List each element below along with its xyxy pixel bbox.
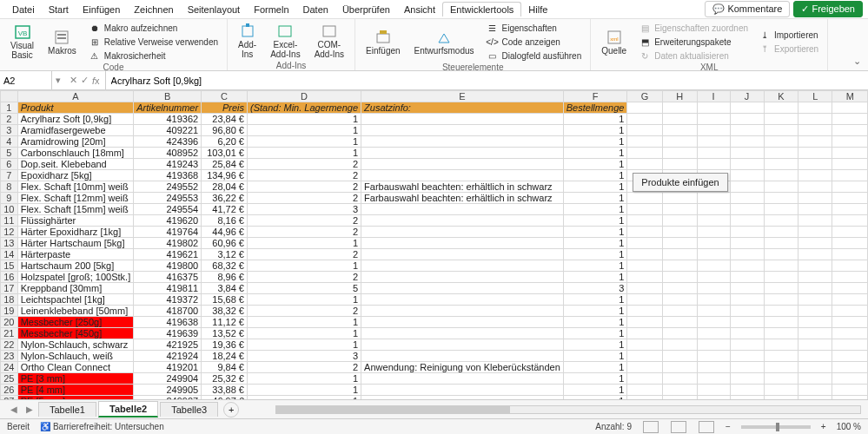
cell[interactable]	[764, 204, 798, 215]
cell[interactable]: Hartschaum 200 [5kg]	[17, 260, 134, 272]
cell[interactable]	[697, 339, 730, 351]
cell[interactable]	[662, 328, 697, 339]
col-header-M[interactable]: M	[832, 91, 868, 102]
cell[interactable]: 419764	[134, 227, 202, 238]
cell[interactable]	[361, 317, 564, 328]
cell[interactable]	[730, 306, 764, 317]
cell[interactable]	[697, 328, 730, 339]
cell[interactable]: 424396	[134, 136, 202, 148]
cell[interactable]	[361, 260, 564, 272]
cell[interactable]	[764, 215, 798, 227]
add-sheet-button[interactable]: +	[223, 402, 239, 418]
cell[interactable]	[798, 204, 832, 215]
zoom-slider[interactable]	[741, 425, 811, 429]
cell[interactable]: 418700	[134, 306, 202, 317]
cell[interactable]: 33,88 €	[202, 385, 248, 396]
cell[interactable]	[361, 373, 564, 385]
cell[interactable]: 3	[563, 283, 627, 294]
cell[interactable]	[662, 227, 697, 238]
cell[interactable]	[662, 385, 697, 396]
cell[interactable]	[361, 283, 564, 294]
normal-view-button[interactable]	[643, 421, 659, 433]
cell[interactable]	[627, 114, 662, 125]
cell[interactable]: Dop.seit. Klebeband	[17, 159, 134, 170]
cell[interactable]	[798, 249, 832, 260]
cell[interactable]	[697, 385, 730, 396]
sheet-tab-2[interactable]: Tabelle2	[98, 401, 158, 418]
cell[interactable]: 1	[563, 385, 627, 396]
cell[interactable]	[361, 114, 564, 125]
cell[interactable]	[832, 283, 868, 294]
col-header-J[interactable]: J	[730, 91, 764, 102]
cell[interactable]	[361, 249, 564, 260]
cell[interactable]	[764, 351, 798, 362]
cell[interactable]	[697, 260, 730, 272]
cell[interactable]: 60,96 €	[202, 238, 248, 249]
cell[interactable]: 1	[247, 373, 361, 385]
fx-button[interactable]: fx	[92, 76, 100, 86]
cell[interactable]: Leinenklebeband [50mm]	[17, 306, 134, 317]
cell[interactable]	[627, 339, 662, 351]
row-header[interactable]: 20	[1, 317, 18, 328]
row-header[interactable]: 6	[1, 159, 18, 170]
cell[interactable]	[361, 148, 564, 159]
cell[interactable]	[662, 260, 697, 272]
cell[interactable]: 408952	[134, 148, 202, 159]
cell[interactable]: 419638	[134, 317, 202, 328]
row-header[interactable]: 18	[1, 294, 18, 306]
cell[interactable]	[798, 136, 832, 148]
cell[interactable]	[697, 294, 730, 306]
cell[interactable]	[798, 373, 832, 385]
cell[interactable]: PE [4 mm]	[17, 385, 134, 396]
cell[interactable]	[764, 193, 798, 204]
cell[interactable]	[697, 125, 730, 136]
cell[interactable]	[832, 125, 868, 136]
row-header[interactable]: 15	[1, 260, 18, 272]
tab-nav-prev[interactable]: ◀	[7, 404, 21, 414]
cell[interactable]	[798, 215, 832, 227]
cell[interactable]: 1	[247, 294, 361, 306]
view-code-button[interactable]: </>Code anzeigen	[483, 35, 586, 49]
cell[interactable]	[832, 373, 868, 385]
cell[interactable]	[697, 362, 730, 373]
addins-button[interactable]: Add- Ins	[233, 21, 262, 61]
cell[interactable]: Kreppband [30mm]	[17, 283, 134, 294]
cell[interactable]	[832, 249, 868, 260]
cell[interactable]	[832, 306, 868, 317]
cell[interactable]	[627, 272, 662, 283]
cell[interactable]	[764, 227, 798, 238]
cell[interactable]: 409221	[134, 125, 202, 136]
row-header[interactable]: 4	[1, 136, 18, 148]
cell[interactable]	[730, 136, 764, 148]
cell[interactable]	[798, 272, 832, 283]
cell[interactable]	[832, 339, 868, 351]
cell[interactable]	[627, 148, 662, 159]
col-header-K[interactable]: K	[764, 91, 798, 102]
page-layout-view-button[interactable]	[671, 421, 686, 433]
cell[interactable]: Holzspatel [groß; 100Stk.]	[17, 272, 134, 283]
cell[interactable]	[798, 339, 832, 351]
cell[interactable]: 1	[247, 385, 361, 396]
cell[interactable]	[697, 351, 730, 362]
macro-security-button[interactable]: ⚠Makrosicherheit	[85, 49, 222, 62]
cell[interactable]: Nylon-Schlauch, weiß	[17, 351, 134, 362]
cell[interactable]: 1	[563, 373, 627, 385]
col-header-H[interactable]: H	[662, 91, 697, 102]
cell[interactable]: Härter Hartschaum [5kg]	[17, 238, 134, 249]
cell[interactable]	[627, 215, 662, 227]
row-header[interactable]: 16	[1, 272, 18, 283]
zoom-in-button[interactable]: +	[821, 422, 826, 431]
cell[interactable]: 1	[563, 294, 627, 306]
cell[interactable]	[764, 362, 798, 373]
cell[interactable]	[697, 114, 730, 125]
cell[interactable]: 1	[563, 317, 627, 328]
cell[interactable]: Flex. Schaft [10mm] weiß	[17, 181, 134, 193]
row-header[interactable]: 12	[1, 227, 18, 238]
cell[interactable]	[832, 181, 868, 193]
cell[interactable]	[764, 283, 798, 294]
cell[interactable]	[798, 283, 832, 294]
cell[interactable]: 1	[563, 362, 627, 373]
cell[interactable]: 1	[247, 317, 361, 328]
cell[interactable]	[832, 114, 868, 125]
cell[interactable]	[764, 317, 798, 328]
